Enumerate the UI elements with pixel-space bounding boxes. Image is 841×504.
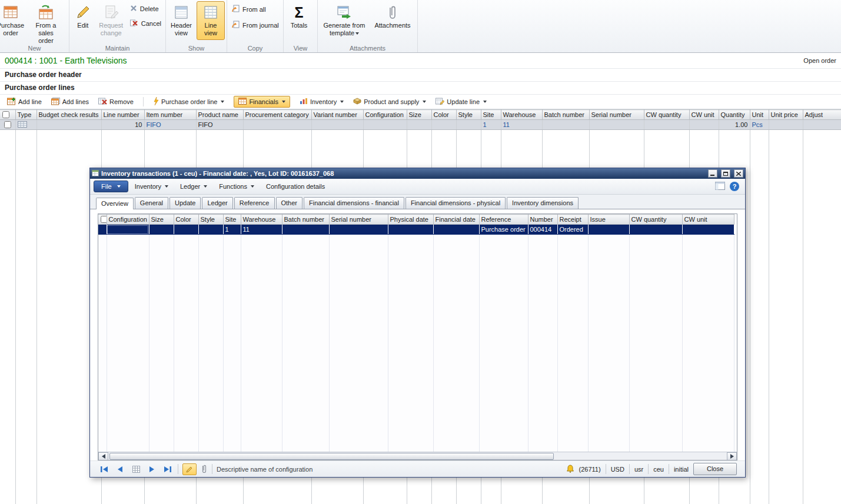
cell-item-number[interactable]: FIFO — [144, 120, 196, 130]
purchase-order-button[interactable]: Purchase order — [0, 1, 28, 40]
tab-overview[interactable]: Overview — [96, 198, 134, 209]
col-serial-number[interactable]: Serial number — [589, 110, 644, 120]
dcol-receipt[interactable]: Receipt — [557, 215, 588, 225]
dcol-batch-number[interactable]: Batch number — [282, 215, 329, 225]
col-quantity[interactable]: Quantity — [719, 110, 750, 120]
remove-button[interactable]: Remove — [98, 98, 134, 106]
dcol-cw-quantity[interactable]: CW quantity — [629, 215, 682, 225]
dialog-titlebar[interactable]: Inventory transactions (1 - ceu) - Finan… — [90, 168, 745, 179]
dialog-select-all-checkbox[interactable] — [101, 216, 107, 223]
scrollbar-thumb[interactable] — [109, 453, 554, 460]
dcol-number[interactable]: Number — [528, 215, 557, 225]
dialog-grid-selected-row[interactable]: 1 11 Purchase order 000414 Ordered — [98, 225, 734, 235]
totals-button[interactable]: Σ Totals — [285, 1, 313, 40]
tab-reference[interactable]: Reference — [234, 197, 275, 209]
layout-icon[interactable] — [715, 182, 725, 191]
user-indicator[interactable]: usr — [634, 466, 643, 473]
previous-record-button[interactable] — [114, 466, 126, 473]
close-window-button[interactable] — [734, 169, 743, 178]
col-batch-number[interactable]: Batch number — [542, 110, 589, 120]
dcol-site[interactable]: Site — [223, 215, 241, 225]
inventory-menu[interactable]: Inventory — [129, 181, 174, 192]
add-lines-button[interactable]: Add lines — [51, 98, 89, 106]
scroll-right-button[interactable] — [727, 452, 737, 460]
dcol-physical-date[interactable]: Physical date — [388, 215, 433, 225]
help-icon[interactable]: ? — [730, 182, 739, 191]
last-record-button[interactable] — [162, 466, 174, 473]
row-select-checkbox[interactable] — [4, 121, 11, 128]
col-adjust[interactable]: Adjust — [803, 110, 841, 120]
from-sales-order-button[interactable]: From a sales order — [29, 1, 63, 46]
lines-grid-row[interactable]: 10 FIFO FIFO 1 11 1.00 Pcs — [0, 120, 841, 130]
update-line-menu[interactable]: Update line — [436, 98, 487, 106]
minimize-button[interactable] — [708, 169, 717, 178]
from-all-button[interactable]: From all — [228, 4, 282, 15]
purchase-order-line-menu[interactable]: Purchase order line — [153, 97, 224, 106]
tab-financial-dimensions-physical[interactable]: Financial dimensions - physical — [405, 197, 506, 209]
grid-view-button[interactable] — [130, 466, 142, 473]
scroll-left-button[interactable] — [98, 452, 108, 460]
next-record-button[interactable] — [146, 466, 158, 473]
col-variant-number[interactable]: Variant number — [311, 110, 363, 120]
line-view-button[interactable]: Line view — [197, 1, 225, 40]
request-change-button[interactable]: Request change — [97, 1, 126, 40]
file-menu[interactable]: File — [94, 181, 128, 192]
partition-indicator[interactable]: initial — [674, 466, 689, 473]
delete-button[interactable]: Delete — [127, 4, 164, 14]
edit-record-toggle[interactable] — [182, 463, 197, 475]
first-record-button[interactable] — [98, 466, 110, 473]
inventory-menu-toolbar[interactable]: Inventory — [300, 98, 344, 106]
attachments-button[interactable]: Attachments — [371, 1, 414, 40]
dcol-configuration[interactable]: Configuration — [107, 215, 149, 225]
dcol-style[interactable]: Style — [198, 215, 223, 225]
col-product-name[interactable]: Product name — [196, 110, 243, 120]
col-unit[interactable]: Unit — [750, 110, 769, 120]
col-item-number[interactable]: Item number — [144, 110, 196, 120]
select-all-checkbox[interactable] — [2, 111, 9, 118]
alerts-bell-icon[interactable] — [566, 465, 574, 474]
col-configuration[interactable]: Configuration — [363, 110, 407, 120]
ledger-menu[interactable]: Ledger — [175, 181, 212, 192]
cancel-button[interactable]: Cancel — [127, 18, 164, 29]
edit-button[interactable]: Edit — [71, 1, 95, 40]
col-cw-quantity[interactable]: CW quantity — [644, 110, 689, 120]
configuration-details-menu[interactable]: Configuration details — [261, 181, 330, 192]
section-purchase-order-lines[interactable]: Purchase order lines — [0, 81, 841, 94]
header-view-button[interactable]: Header view — [167, 1, 195, 40]
section-purchase-order-header[interactable]: Purchase order header — [0, 68, 841, 81]
dcol-size[interactable]: Size — [149, 215, 174, 225]
col-type[interactable]: Type — [15, 110, 36, 120]
tab-other[interactable]: Other — [276, 197, 303, 209]
tab-general[interactable]: General — [135, 197, 168, 209]
close-button[interactable]: Close — [693, 463, 737, 475]
col-budget-check-results[interactable]: Budget check results — [36, 110, 101, 120]
dcol-serial-number[interactable]: Serial number — [329, 215, 388, 225]
horizontal-scrollbar[interactable] — [98, 452, 737, 460]
tab-ledger[interactable]: Ledger — [202, 197, 232, 209]
dcol-warehouse[interactable]: Warehouse — [241, 215, 282, 225]
col-line-number[interactable]: Line number — [101, 110, 144, 120]
generate-from-template-button[interactable]: Generate from template — [319, 1, 370, 40]
tab-update[interactable]: Update — [169, 197, 201, 209]
tab-financial-dimensions-financial[interactable]: Financial dimensions - financial — [304, 197, 404, 209]
col-color[interactable]: Color — [431, 110, 456, 120]
document-handling-icon[interactable] — [201, 464, 208, 475]
cell-site[interactable]: 1 — [481, 120, 501, 130]
dcol-cw-unit[interactable]: CW unit — [682, 215, 734, 225]
col-site[interactable]: Site — [481, 110, 501, 120]
dcol-financial-date[interactable]: Financial date — [433, 215, 479, 225]
functions-menu[interactable]: Functions — [214, 181, 260, 192]
tab-inventory-dimensions[interactable]: Inventory dimensions — [507, 197, 579, 209]
scrollbar-track[interactable] — [108, 452, 727, 460]
maximize-button[interactable] — [721, 169, 730, 178]
col-unit-price[interactable]: Unit price — [769, 110, 803, 120]
company-indicator[interactable]: ceu — [653, 466, 664, 473]
cell-warehouse[interactable]: 11 — [501, 120, 542, 130]
col-size[interactable]: Size — [407, 110, 431, 120]
col-cw-unit[interactable]: CW unit — [689, 110, 719, 120]
add-line-button[interactable]: Add line — [7, 98, 42, 106]
alert-count[interactable]: (26711) — [579, 466, 601, 473]
col-style[interactable]: Style — [456, 110, 481, 120]
product-and-supply-menu[interactable]: Product and supply — [353, 98, 426, 106]
col-procurement-category[interactable]: Procurement category — [243, 110, 311, 120]
